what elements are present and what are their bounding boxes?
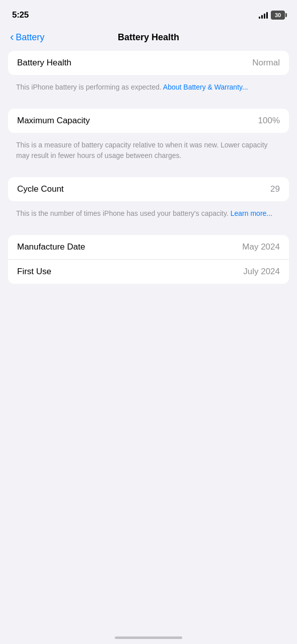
first-use-label: First Use	[17, 267, 51, 277]
max-capacity-card: Maximum Capacity 100%	[8, 109, 289, 133]
cycle-count-card: Cycle Count 29	[8, 177, 289, 201]
battery-health-value: Normal	[252, 58, 280, 68]
manufacture-date-value: May 2024	[242, 242, 280, 252]
content: Battery Health Normal This iPhone batter…	[0, 51, 297, 284]
max-capacity-section: Maximum Capacity 100% This is a measure …	[8, 109, 289, 169]
max-capacity-label: Maximum Capacity	[17, 116, 90, 126]
first-use-row: First Use July 2024	[8, 259, 289, 284]
battery-health-description: This iPhone battery is performing as exp…	[8, 80, 289, 101]
status-icons: 30	[259, 11, 285, 20]
max-capacity-value: 100%	[258, 116, 280, 126]
first-use-value: July 2024	[243, 267, 280, 277]
battery-level: 30	[275, 12, 281, 18]
manufacture-date-row: Manufacture Date May 2024	[8, 235, 289, 259]
battery-icon: 30	[271, 11, 285, 20]
battery-health-label: Battery Health	[17, 58, 71, 68]
nav-header: ‹ Battery Battery Health	[0, 27, 297, 51]
signal-bars-icon	[259, 12, 268, 19]
battery-health-row: Battery Health Normal	[8, 51, 289, 75]
page-title: Battery Health	[118, 32, 179, 43]
cycle-count-value: 29	[270, 184, 280, 194]
battery-health-section: Battery Health Normal This iPhone batter…	[8, 51, 289, 101]
cycle-count-section: Cycle Count 29 This is the number of tim…	[8, 177, 289, 227]
manufacture-date-label: Manufacture Date	[17, 242, 85, 252]
cycle-count-row: Cycle Count 29	[8, 177, 289, 201]
cycle-count-label: Cycle Count	[17, 184, 64, 194]
battery-warranty-link[interactable]: About Battery & Warranty...	[163, 83, 248, 91]
back-chevron-icon: ‹	[10, 32, 14, 43]
back-label: Battery	[16, 32, 44, 43]
max-capacity-row: Maximum Capacity 100%	[8, 109, 289, 133]
status-bar: 5:25 30	[0, 0, 297, 27]
cycle-count-description: This is the number of times iPhone has u…	[8, 206, 289, 227]
battery-health-card: Battery Health Normal	[8, 51, 289, 75]
dates-section: Manufacture Date May 2024 First Use July…	[8, 235, 289, 284]
status-time: 5:25	[12, 10, 29, 20]
back-button[interactable]: ‹ Battery	[10, 32, 44, 43]
home-indicator	[115, 636, 182, 639]
dates-card: Manufacture Date May 2024 First Use July…	[8, 235, 289, 284]
max-capacity-description: This is a measure of battery capacity re…	[8, 138, 289, 169]
cycle-count-learn-more-link[interactable]: Learn more...	[231, 209, 272, 217]
